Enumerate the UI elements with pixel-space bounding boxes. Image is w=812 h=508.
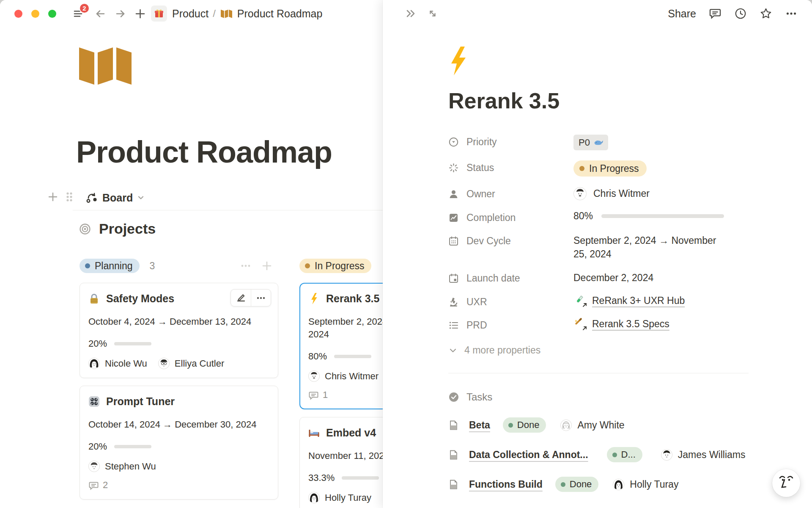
property-label: Completion xyxy=(466,212,516,224)
task-status-pill[interactable]: Done xyxy=(503,417,546,433)
avatar xyxy=(613,479,624,490)
expand-diagonal-icon[interactable] xyxy=(427,8,439,19)
clock-icon[interactable] xyxy=(734,7,747,20)
comment-icon xyxy=(308,390,319,400)
group-label: In Progress xyxy=(315,260,365,272)
task-link[interactable]: Beta xyxy=(469,420,490,431)
group-pill-in-progress[interactable]: In Progress xyxy=(299,259,371,273)
target-icon xyxy=(79,223,91,235)
property-row-priority[interactable]: Priority P0 xyxy=(448,130,749,155)
card-progress: 20% xyxy=(88,442,269,451)
close-window-button[interactable] xyxy=(14,10,22,18)
property-row-dev-cycle[interactable]: Dev Cycle September 2, 2024 → November 2… xyxy=(448,229,749,266)
card-title[interactable]: Safety Modes xyxy=(106,293,174,305)
comment-icon[interactable] xyxy=(709,7,721,20)
back-arrow-icon[interactable] xyxy=(95,8,106,19)
task-status-pill[interactable]: Done xyxy=(555,477,599,492)
card-title[interactable]: Rerank 3.5 xyxy=(326,293,379,305)
edit-icon[interactable] xyxy=(231,290,251,306)
lightning-icon[interactable] xyxy=(448,47,468,75)
status-value-pill[interactable]: In Progress xyxy=(573,160,647,177)
card-safety-modes[interactable]: Safety Modes October 4, 2024 → December … xyxy=(80,283,278,378)
card-prompt-tuner[interactable]: Prompt Tuner October 14, 2024 → December… xyxy=(80,386,278,500)
task-assignee: James Williams xyxy=(661,449,746,461)
add-view-icon[interactable] xyxy=(47,191,58,204)
breadcrumb-page[interactable]: Product Roadmap xyxy=(237,8,323,20)
property-row-launch-date[interactable]: Launch date December 2, 2024 xyxy=(448,266,749,290)
drag-handle-icon[interactable] xyxy=(65,191,74,204)
progress-percent: 33.3% xyxy=(308,472,335,483)
view-toolbar: Board xyxy=(47,190,383,205)
ai-assistant-button[interactable] xyxy=(772,469,800,497)
property-row-status[interactable]: Status In Progress xyxy=(448,155,749,182)
launch-date: December 2, 2024 xyxy=(573,271,653,284)
property-row-prd[interactable]: PRD Rerank 3.5 Specs xyxy=(448,313,749,336)
sidebar-toggle-icon[interactable]: 2 xyxy=(72,7,85,20)
forward-arrow-icon[interactable] xyxy=(115,8,126,19)
lightning-icon xyxy=(308,293,320,304)
app-window: 2 Product / xyxy=(0,0,812,508)
priority-value-pill[interactable]: P0 xyxy=(573,135,608,150)
properties-list: Priority P0 Status In P xyxy=(448,130,749,336)
card-comments: 1 xyxy=(308,389,383,400)
star-icon[interactable] xyxy=(760,7,772,20)
breadcrumb-root[interactable]: Product xyxy=(172,8,208,20)
card-comments: 2 xyxy=(88,480,269,491)
close-peek-icon[interactable] xyxy=(405,8,417,19)
group-pill-planning[interactable]: Planning xyxy=(80,259,140,273)
progress-bar xyxy=(342,476,379,480)
uxr-link-text[interactable]: ReRank 3+ UXR Hub xyxy=(592,295,685,306)
card-progress: 80% xyxy=(308,352,383,361)
priority-text: P0 xyxy=(579,137,590,148)
new-page-icon[interactable] xyxy=(134,8,146,19)
ellipsis-icon[interactable] xyxy=(785,7,798,20)
prd-link-text[interactable]: Rerank 3.5 Specs xyxy=(592,318,669,330)
owner-name: Chris Witmer xyxy=(593,187,650,200)
property-row-owner[interactable]: Owner Chris Witmer xyxy=(448,182,749,205)
workspace-breadcrumb-chip[interactable] xyxy=(151,6,167,22)
more-properties-toggle[interactable]: 4 more properties xyxy=(448,345,749,356)
titlebar: 2 Product / xyxy=(0,0,383,27)
owner-value[interactable]: Chris Witmer xyxy=(573,187,650,200)
property-row-completion[interactable]: Completion 80% xyxy=(448,205,749,229)
share-button[interactable]: Share xyxy=(668,8,696,20)
property-label: Status xyxy=(466,162,494,174)
task-status-pill[interactable]: D... xyxy=(607,447,642,462)
person-icon xyxy=(448,189,459,199)
card-title[interactable]: Embed v4 xyxy=(326,427,376,439)
board-view-button[interactable]: Board xyxy=(85,191,145,204)
dev-cycle-dates: September 2, 2024 → November 25, 2024 xyxy=(573,234,717,261)
card-more-icon[interactable] xyxy=(251,290,271,306)
check-circle-icon xyxy=(448,392,459,403)
task-link[interactable]: Data Collection & Annot... xyxy=(469,449,588,461)
column-controls xyxy=(240,260,272,271)
lock-icon xyxy=(88,293,100,304)
comment-count: 1 xyxy=(323,389,328,400)
zoom-window-button[interactable] xyxy=(48,10,56,18)
card-rerank-35[interactable]: Rerank 3.5 September 2, 2024 → November … xyxy=(299,283,383,409)
status-dot xyxy=(508,423,513,428)
property-row-uxr[interactable]: UXR ReRank 3+ UXR Hub xyxy=(448,290,749,313)
completion-value: 80% xyxy=(573,210,724,222)
uxr-link[interactable]: ReRank 3+ UXR Hub xyxy=(573,295,685,306)
avatar xyxy=(560,420,572,431)
card-embed-v4[interactable]: Embed v4 November 11, 2024 → 33.3% Holly… xyxy=(299,417,383,508)
person-chip: Stephen Wu xyxy=(88,461,156,472)
peek-page-title[interactable]: Rerank 3.5 xyxy=(448,88,749,113)
column-options-icon[interactable] xyxy=(240,260,251,271)
page-icon-map[interactable] xyxy=(79,46,132,85)
prd-link[interactable]: Rerank 3.5 Specs xyxy=(573,318,669,330)
link-arrow-icon xyxy=(582,326,587,331)
task-status-text: Done xyxy=(517,420,540,431)
card-title[interactable]: Prompt Tuner xyxy=(106,395,175,408)
task-link[interactable]: Functions Build xyxy=(469,479,543,490)
completion-percent: 80% xyxy=(573,210,593,222)
whale-icon xyxy=(594,139,603,146)
person-chip: Elliya Cutler xyxy=(158,358,224,369)
avatar xyxy=(88,461,100,472)
column-add-card-icon[interactable] xyxy=(261,260,272,271)
page-icon xyxy=(448,420,459,431)
tasks-section-header[interactable]: Tasks xyxy=(448,391,749,403)
progress-bar xyxy=(114,342,151,345)
minimize-window-button[interactable] xyxy=(31,10,39,18)
